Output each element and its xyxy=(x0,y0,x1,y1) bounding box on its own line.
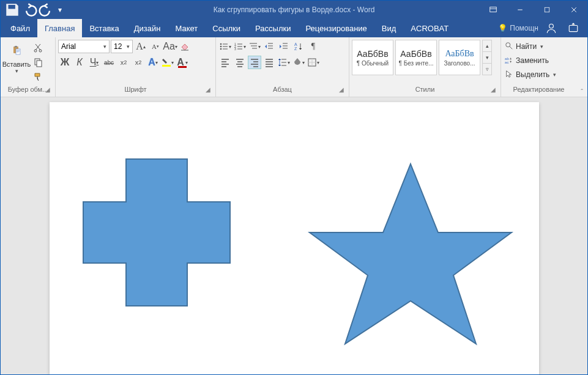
styles-launcher-icon[interactable]: ◢ xyxy=(489,86,497,94)
tab-references[interactable]: Ссылки xyxy=(205,19,248,37)
paragraph-launcher-icon[interactable]: ◢ xyxy=(338,86,345,94)
font-launcher-icon[interactable]: ◢ xyxy=(204,86,212,94)
show-marks-icon[interactable]: ¶ xyxy=(307,40,320,53)
style-normal[interactable]: АаБбВв ¶ Обычный xyxy=(352,40,393,75)
align-right-icon[interactable] xyxy=(248,56,261,69)
group-styles: АаБбВв ¶ Обычный АаБбВв ¶ Без инте... Аа… xyxy=(349,37,501,97)
styles-scroll-up-icon[interactable]: ▴ xyxy=(483,40,491,52)
tell-me[interactable]: 💡 Помощн xyxy=(498,24,538,32)
text-effects-icon[interactable]: A▾ xyxy=(146,56,160,69)
tab-acrobat[interactable]: ACROBAT xyxy=(403,19,456,37)
document-area xyxy=(1,97,587,375)
cut-icon[interactable] xyxy=(31,41,45,54)
superscript-icon[interactable]: x2 xyxy=(132,56,145,69)
star-shape[interactable] xyxy=(310,164,512,344)
bullets-icon[interactable]: ▾ xyxy=(218,40,232,53)
minimize-icon[interactable] xyxy=(507,1,534,19)
multilevel-icon[interactable]: ▾ xyxy=(248,40,261,53)
tab-insert[interactable]: Вставка xyxy=(82,19,126,37)
canvas xyxy=(50,102,539,375)
find-button[interactable]: Найти▾ xyxy=(504,40,545,53)
svg-rect-11 xyxy=(162,65,171,67)
group-editing-label: Редактирование xyxy=(513,86,565,93)
sort-icon[interactable]: AZ xyxy=(292,40,305,53)
italic-button[interactable]: К xyxy=(73,56,86,69)
group-clipboard-label: Буфер обм... xyxy=(8,86,48,93)
grow-font-icon[interactable]: A▴ xyxy=(134,40,147,53)
find-label: Найти xyxy=(516,42,537,51)
replace-label: Заменить xyxy=(516,56,549,65)
paste-label: Вставить xyxy=(2,61,31,68)
styles-more-icon[interactable]: ▿ xyxy=(483,64,491,75)
underline-button[interactable]: Ч▾ xyxy=(87,56,101,69)
select-label: Выделить xyxy=(516,70,549,79)
svg-rect-1 xyxy=(545,7,549,12)
tab-view[interactable]: Вид xyxy=(374,19,404,37)
line-spacing-icon[interactable]: ▾ xyxy=(277,56,291,69)
tab-home[interactable]: Главная xyxy=(37,19,82,37)
increase-indent-icon[interactable] xyxy=(277,40,291,53)
format-painter-icon[interactable] xyxy=(31,70,45,84)
shading-icon[interactable]: ▾ xyxy=(292,56,305,69)
svg-point-12 xyxy=(220,43,222,45)
styles-scroll-down-icon[interactable]: ▾ xyxy=(483,52,491,64)
numbering-icon[interactable]: 123▾ xyxy=(233,40,247,53)
save-icon[interactable] xyxy=(4,2,20,18)
select-button[interactable]: Выделить▾ xyxy=(504,68,557,81)
subscript-icon[interactable]: x2 xyxy=(117,56,130,69)
font-name-value: Arial xyxy=(61,42,76,51)
ribbon-display-icon[interactable] xyxy=(480,1,507,19)
font-size-select[interactable]: 12▾ xyxy=(111,40,133,53)
maximize-icon[interactable] xyxy=(534,1,560,19)
style-heading1[interactable]: АаБбВв Заголово... xyxy=(439,40,480,75)
align-center-icon[interactable] xyxy=(233,56,247,69)
copy-icon[interactable] xyxy=(31,56,45,69)
font-color-icon[interactable]: A▾ xyxy=(176,56,189,69)
style-no-spacing[interactable]: АаБбВв ¶ Без инте... xyxy=(395,40,437,75)
tab-layout[interactable]: Макет xyxy=(168,19,205,37)
svg-text:A: A xyxy=(294,42,297,46)
cross-shape[interactable] xyxy=(83,159,230,306)
borders-icon[interactable]: ▾ xyxy=(307,56,320,69)
group-font: Arial▾ 12▾ A▴ A▾ Aa▾ Ж К Ч▾ abc x2 x2 A▾… xyxy=(56,37,216,97)
bold-button[interactable]: Ж xyxy=(58,56,72,69)
collapse-ribbon-icon[interactable]: ˆ xyxy=(576,37,587,97)
clipboard-launcher-icon[interactable]: ◢ xyxy=(44,86,51,94)
group-clipboard: Вставить ▾ Буфер обм...◢ xyxy=(1,37,56,97)
window-title: Как сгруппировать фигуры в Ворде.docx - … xyxy=(214,6,375,14)
account-icon[interactable] xyxy=(542,21,560,35)
svg-text:Z: Z xyxy=(294,46,297,51)
document-page[interactable] xyxy=(50,102,539,375)
group-paragraph: ▾ 123▾ ▾ AZ ¶ ▾ ▾ ▾ Абзац◢ xyxy=(216,37,349,97)
tab-file[interactable]: Файл xyxy=(3,19,37,37)
decrease-indent-icon[interactable] xyxy=(262,40,276,53)
title-bar: ▾ Как сгруппировать фигуры в Ворде.docx … xyxy=(1,1,587,19)
svg-rect-5 xyxy=(15,46,17,48)
qat-dropdown-icon[interactable]: ▾ xyxy=(56,2,64,18)
svg-rect-0 xyxy=(490,7,497,12)
font-name-select[interactable]: Arial▾ xyxy=(58,40,110,53)
ribbon: Вставить ▾ Буфер обм...◢ Arial▾ 12▾ A▴ A… xyxy=(1,37,587,97)
svg-rect-6 xyxy=(16,49,20,54)
tab-mailings[interactable]: Рассылки xyxy=(248,19,298,37)
highlight-icon[interactable]: ▾ xyxy=(161,56,174,69)
redo-icon[interactable] xyxy=(39,2,54,18)
paste-button[interactable]: Вставить ▾ xyxy=(3,39,30,75)
paste-icon xyxy=(6,40,27,61)
undo-icon[interactable] xyxy=(21,2,37,18)
tab-design[interactable]: Дизайн xyxy=(127,19,168,37)
close-icon[interactable] xyxy=(560,1,587,19)
font-size-value: 12 xyxy=(114,42,122,51)
tab-review[interactable]: Рецензирование xyxy=(298,19,374,37)
change-case-icon[interactable]: Aa▾ xyxy=(163,40,177,53)
justify-icon[interactable] xyxy=(262,56,276,69)
strike-button[interactable]: abc xyxy=(102,56,116,69)
svg-text:3: 3 xyxy=(234,47,236,51)
align-left-icon[interactable] xyxy=(218,56,232,69)
shrink-font-icon[interactable]: A▾ xyxy=(149,40,162,53)
clear-format-icon[interactable] xyxy=(178,40,192,53)
share-icon[interactable] xyxy=(564,21,582,35)
replace-button[interactable]: abac Заменить xyxy=(504,54,550,67)
svg-rect-10 xyxy=(37,61,42,67)
svg-rect-3 xyxy=(569,26,578,32)
